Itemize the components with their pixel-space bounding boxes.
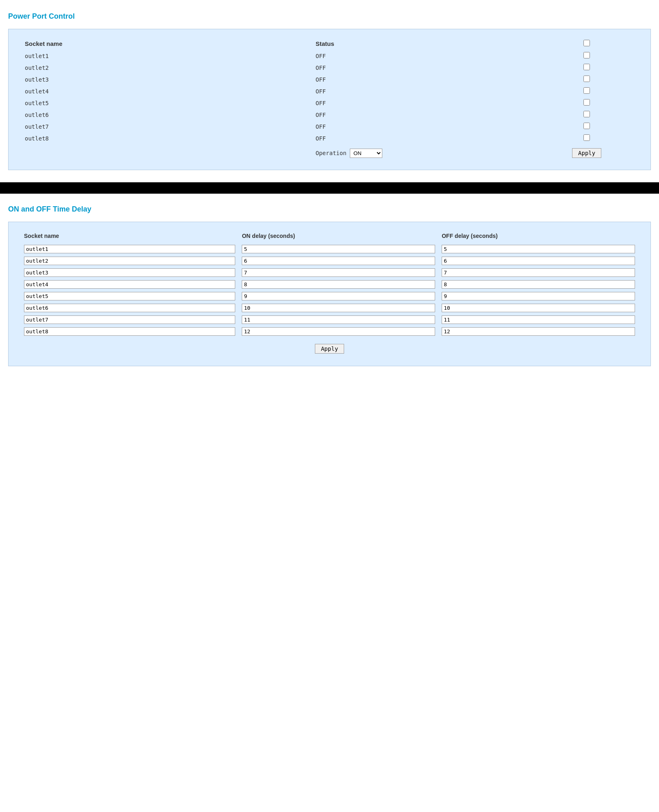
- on-delay-input-3[interactable]: [242, 268, 435, 277]
- outlet-name: outlet6: [21, 109, 312, 121]
- delay-on-cell: [238, 255, 438, 267]
- delay-apply-row: Apply: [21, 344, 638, 354]
- delay-socket-name-input-2[interactable]: [24, 257, 235, 265]
- delay-table-row: [21, 302, 638, 314]
- outlet-name: outlet7: [21, 121, 312, 132]
- col-header-check: [535, 37, 638, 50]
- on-delay-input-1[interactable]: [242, 245, 435, 253]
- outlet-status: OFF: [312, 85, 535, 97]
- delay-on-cell: [238, 302, 438, 314]
- off-delay-input-4[interactable]: [442, 280, 635, 289]
- delay-off-cell: [438, 326, 638, 337]
- power-table-row: outlet6 OFF: [21, 109, 638, 121]
- delay-outlet-name-cell: [21, 314, 238, 326]
- col-header-socket: Socket name: [21, 37, 312, 50]
- operation-label: Operation: [316, 150, 347, 156]
- delay-off-cell: [438, 314, 638, 326]
- delay-table: Socket name ON delay (seconds) OFF delay…: [21, 230, 638, 337]
- off-delay-input-7[interactable]: [442, 315, 635, 324]
- select-all-checkbox[interactable]: [583, 40, 590, 46]
- outlet-name: outlet5: [21, 97, 312, 109]
- off-delay-input-6[interactable]: [442, 304, 635, 312]
- outlet-checkbox-5[interactable]: [583, 99, 590, 106]
- outlet-status: OFF: [312, 50, 535, 62]
- delay-col-socket: Socket name: [21, 230, 238, 243]
- delay-off-cell: [438, 243, 638, 255]
- section1: Power Port Control Socket name Status ou…: [8, 12, 651, 170]
- delay-col-on: ON delay (seconds): [238, 230, 438, 243]
- delay-socket-name-input-5[interactable]: [24, 292, 235, 300]
- outlet-status: OFF: [312, 132, 535, 144]
- delay-socket-name-input-6[interactable]: [24, 304, 235, 312]
- delay-on-cell: [238, 326, 438, 337]
- delay-apply-button[interactable]: Apply: [315, 344, 344, 354]
- outlet-checkbox-2[interactable]: [583, 64, 590, 70]
- delay-socket-name-input-7[interactable]: [24, 315, 235, 324]
- off-delay-input-1[interactable]: [442, 245, 635, 253]
- section2-title: ON and OFF Time Delay: [8, 205, 651, 214]
- off-delay-input-3[interactable]: [442, 268, 635, 277]
- outlet-checkbox-7[interactable]: [583, 123, 590, 129]
- delay-socket-name-input-3[interactable]: [24, 268, 235, 277]
- delay-socket-name-input-1[interactable]: [24, 245, 235, 253]
- delay-col-off: OFF delay (seconds): [438, 230, 638, 243]
- section2: ON and OFF Time Delay Socket name ON del…: [8, 205, 651, 366]
- on-delay-input-6[interactable]: [242, 304, 435, 312]
- col-header-status: Status: [312, 37, 535, 50]
- outlet-name: outlet3: [21, 73, 312, 85]
- power-table-row: outlet4 OFF: [21, 85, 638, 97]
- outlet-checkbox-6[interactable]: [583, 111, 590, 117]
- outlet-check-cell: [535, 73, 638, 85]
- section1-title: Power Port Control: [8, 12, 651, 21]
- outlet-status: OFF: [312, 97, 535, 109]
- power-table-row: outlet7 OFF: [21, 121, 638, 132]
- delay-off-cell: [438, 279, 638, 290]
- off-delay-input-2[interactable]: [442, 257, 635, 265]
- delay-table-row: [21, 267, 638, 279]
- on-delay-input-2[interactable]: [242, 257, 435, 265]
- delay-socket-name-input-4[interactable]: [24, 280, 235, 289]
- on-delay-input-8[interactable]: [242, 327, 435, 336]
- delay-on-cell: [238, 267, 438, 279]
- delay-on-cell: [238, 290, 438, 302]
- delay-outlet-name-cell: [21, 279, 238, 290]
- on-delay-input-5[interactable]: [242, 292, 435, 300]
- outlet-name: outlet2: [21, 62, 312, 73]
- delay-table-row: [21, 290, 638, 302]
- off-delay-input-5[interactable]: [442, 292, 635, 300]
- outlet-name: outlet1: [21, 50, 312, 62]
- delay-off-cell: [438, 255, 638, 267]
- power-table-row: outlet2 OFF: [21, 62, 638, 73]
- outlet-check-cell: [535, 85, 638, 97]
- delay-outlet-name-cell: [21, 255, 238, 267]
- black-divider: [0, 182, 659, 194]
- power-port-panel: Socket name Status outlet1 OFF outlet2 O…: [8, 29, 651, 170]
- power-table-row: outlet1 OFF: [21, 50, 638, 62]
- outlet-check-cell: [535, 109, 638, 121]
- outlet-check-cell: [535, 97, 638, 109]
- delay-off-cell: [438, 290, 638, 302]
- on-delay-input-7[interactable]: [242, 315, 435, 324]
- power-apply-button[interactable]: Apply: [572, 148, 601, 158]
- outlet-checkbox-4[interactable]: [583, 87, 590, 94]
- outlet-checkbox-3[interactable]: [583, 76, 590, 82]
- delay-outlet-name-cell: [21, 267, 238, 279]
- delay-table-row: [21, 243, 638, 255]
- outlet-checkbox-1[interactable]: [583, 52, 590, 58]
- outlet-name: outlet4: [21, 85, 312, 97]
- delay-off-cell: [438, 267, 638, 279]
- delay-socket-name-input-8[interactable]: [24, 327, 235, 336]
- delay-table-row: [21, 279, 638, 290]
- outlet-check-cell: [535, 132, 638, 144]
- off-delay-input-8[interactable]: [442, 327, 635, 336]
- on-delay-input-4[interactable]: [242, 280, 435, 289]
- outlet-checkbox-8[interactable]: [583, 134, 590, 141]
- outlet-check-cell: [535, 50, 638, 62]
- operation-select[interactable]: ON OFF REBOOT: [350, 149, 382, 158]
- delay-panel: Socket name ON delay (seconds) OFF delay…: [8, 222, 651, 366]
- outlet-status: OFF: [312, 62, 535, 73]
- delay-table-row: [21, 255, 638, 267]
- delay-outlet-name-cell: [21, 243, 238, 255]
- outlet-check-cell: [535, 121, 638, 132]
- power-table-row: outlet3 OFF: [21, 73, 638, 85]
